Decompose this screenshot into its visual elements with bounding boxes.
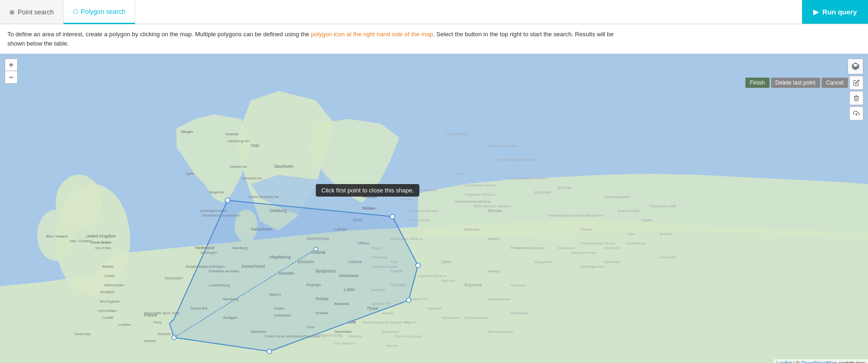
svg-point-152	[406, 298, 411, 303]
svg-text:Magyarország: Magyarország	[316, 333, 342, 337]
svg-text:Пермская край: Пермская край	[650, 204, 676, 208]
tab-polygon-search[interactable]: ⬡ Polygon search	[64, 0, 136, 24]
map-svg: United Kingdom Great Britain Éire / Irel…	[0, 54, 868, 363]
svg-text:Кропивницький: Кропивницький	[362, 320, 389, 324]
osm-link[interactable]: OpenStreetMap	[801, 360, 837, 363]
svg-text:Ростов-на-Дону: Ростов-на-Дону	[395, 334, 422, 338]
svg-text:Татарстан: Татарстан	[585, 213, 603, 218]
tab-point-search[interactable]: ⊕ Point search	[0, 0, 64, 24]
svg-text:Воронеж: Воронеж	[511, 283, 526, 287]
svg-text:Запорожье: Запорожье	[381, 330, 400, 334]
svg-text:Кривий Рог: Кривий Рог	[390, 320, 409, 324]
cancel-button[interactable]: Cancel	[822, 78, 848, 88]
zoom-controls: + −	[5, 59, 18, 84]
svg-text:Ленинградская область: Ленинградская область	[497, 158, 538, 162]
svg-text:Костромская область: Костромская область	[511, 176, 548, 180]
svg-text:Актюбе: Актюбе	[659, 232, 672, 236]
svg-text:Пермь: Пермь	[641, 218, 652, 222]
svg-text:Нижегородская: Нижегородская	[604, 195, 630, 199]
svg-text:Мордовия: Мордовия	[534, 260, 552, 264]
run-query-button[interactable]: ▶ Run query	[802, 0, 868, 24]
upload-icon-button[interactable]	[849, 106, 863, 120]
svg-text:Курская: Курская	[441, 278, 455, 283]
svg-text:Belfast: Belfast	[102, 264, 114, 269]
svg-text:Alba / Scotland: Alba / Scotland	[70, 239, 91, 243]
svg-point-150	[390, 214, 395, 219]
svg-text:Гомельская: Гомельская	[409, 218, 429, 222]
svg-text:Набережные Челны: Набережные Челны	[581, 241, 615, 245]
svg-text:Казань: Казань	[581, 227, 593, 231]
svg-point-153	[267, 349, 272, 354]
svg-text:Петрозаводск: Петрозаводск	[446, 132, 470, 136]
svg-text:Birmingham: Birmingham	[100, 299, 120, 304]
run-query-icon: ▶	[813, 8, 819, 16]
svg-text:Ладожское озеро: Ладожское озеро	[488, 144, 518, 148]
svg-text:Moldova: Moldova	[348, 334, 363, 338]
svg-text:Орел: Орел	[441, 259, 451, 264]
zoom-in-button[interactable]: +	[5, 59, 17, 71]
map-container[interactable]: United Kingdom Great Britain Éire / Irel…	[0, 54, 868, 363]
svg-text:Смоленская область: Смоленская область	[455, 199, 491, 204]
svg-text:Липецк: Липецк	[488, 269, 500, 273]
trash-icon-button[interactable]	[849, 91, 863, 105]
svg-text:Запорожье: Запорожье	[441, 316, 460, 320]
svg-text:Нижегородская область: Нижегородская область	[548, 213, 589, 218]
svg-text:Курская область: Курская область	[418, 274, 446, 278]
svg-text:Leeds: Leeds	[104, 274, 115, 278]
svg-text:Костанай: Костанай	[659, 255, 675, 259]
svg-text:Bergen: Bergen	[181, 130, 193, 134]
layers-button[interactable]	[848, 59, 863, 74]
svg-text:Херсон: Херсон	[385, 343, 398, 348]
svg-text:Gavleborgs lan: Gavleborgs lan	[228, 139, 249, 143]
svg-text:Оренбург: Оренбург	[604, 260, 620, 264]
point-search-icon: ⊕	[9, 8, 15, 16]
draw-upload-row	[745, 106, 863, 120]
svg-text:Кострома: Кострома	[534, 190, 551, 194]
zoom-out-button[interactable]: −	[5, 71, 17, 83]
draw-controls: Finish Delete last point Cancel	[745, 59, 863, 120]
svg-text:Cymru/Wales: Cymru/Wales	[98, 309, 117, 313]
svg-text:Воронеж: Воронеж	[464, 283, 482, 287]
svg-text:Вологда: Вологда	[557, 185, 572, 190]
svg-text:Волгоград: Волгоград	[511, 311, 529, 315]
svg-text:Могилев: Могилев	[464, 227, 479, 231]
map-tooltip: Click first point to close this shape.	[316, 184, 419, 197]
svg-text:Düsseldorf: Düsseldorf	[165, 276, 183, 280]
svg-text:Éire / Ireland: Éire / Ireland	[46, 234, 68, 238]
svg-text:Уфа: Уфа	[627, 232, 635, 236]
run-query-label: Run query	[822, 8, 857, 16]
pencil-icon-button[interactable]	[849, 76, 863, 90]
leaflet-link[interactable]: Leaflet	[777, 360, 792, 363]
svg-text:Псковская область: Псковская область	[464, 183, 497, 187]
svg-text:Varmlands lan: Varmlands lan	[241, 177, 262, 180]
finish-button[interactable]: Finish	[745, 78, 770, 88]
svg-text:Manchester: Manchester	[104, 283, 124, 287]
tab-point-search-label: Point search	[18, 8, 54, 16]
svg-point-156	[314, 247, 318, 251]
svg-text:Stockholm: Stockholm	[274, 164, 294, 169]
svg-text:Тверская область: Тверская область	[464, 192, 495, 197]
info-text: To define an area of interest, create a …	[7, 31, 613, 47]
svg-text:Great Britain: Great Britain	[91, 240, 111, 244]
svg-text:Västra Gotalands lan: Västra Gotalands lan	[248, 195, 279, 198]
svg-text:Оренбургская: Оренбургская	[581, 264, 605, 269]
svg-text:Guernsey: Guernsey	[74, 332, 91, 336]
polygon-search-icon: ⬡	[73, 8, 78, 15]
delete-last-point-button[interactable]: Delete last point	[771, 78, 820, 88]
svg-text:Cluj-Napoca: Cluj-Napoca	[334, 341, 355, 345]
svg-text:Ульяновск: Ульяновск	[557, 246, 575, 250]
svg-text:Agder: Agder	[186, 172, 195, 176]
svg-text:Волгоградская: Волгоградская	[488, 330, 513, 334]
svg-text:London: London	[118, 323, 131, 327]
tab-polygon-search-label: Polygon search	[81, 8, 126, 15]
svg-text:Черниці: Черниці	[381, 311, 395, 315]
header: ⊕ Point search ⬡ Polygon search ▶ Run qu…	[0, 0, 868, 24]
svg-text:Псков: Псков	[455, 172, 465, 176]
svg-text:Украина: Украина	[427, 306, 442, 310]
svg-text:Dalanas lan: Dalanas lan	[230, 165, 247, 168]
svg-text:Skagerrak: Skagerrak	[209, 191, 224, 194]
draw-trash-row	[745, 91, 863, 105]
tooltip-text: Click first point to close this shape.	[321, 187, 414, 194]
svg-text:Воронежская: Воронежская	[488, 297, 510, 301]
svg-text:Paris: Paris	[153, 320, 162, 324]
